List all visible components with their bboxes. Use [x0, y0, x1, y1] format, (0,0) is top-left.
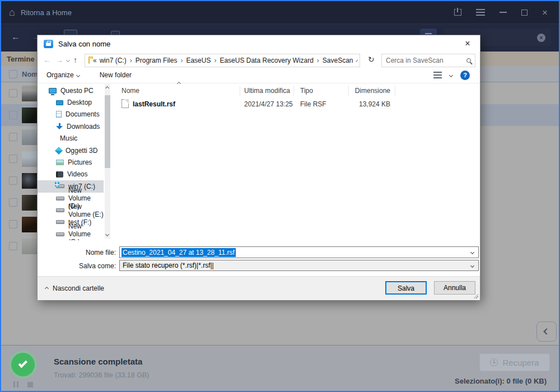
maximize-button[interactable]: [521, 10, 528, 16]
dialog-up-icon[interactable]: ↑: [73, 55, 77, 64]
breadcrumb-item-easeus[interactable]: EaseUS: [186, 57, 211, 64]
resize-grip[interactable]: [473, 293, 478, 298]
tree-scrollbar[interactable]: [105, 84, 110, 239]
minimize-button[interactable]: [500, 12, 507, 13]
filename-input[interactable]: Cestino_2021_04_27 at 13_28_11.rsf: [119, 246, 479, 258]
dialog-back-icon[interactable]: ←: [43, 55, 51, 64]
recover-button[interactable]: Recupera: [479, 353, 550, 371]
status-bar: Scansione completata Trovati: 299036 fil…: [1, 345, 559, 392]
update-icon[interactable]: [454, 9, 461, 16]
back-icon[interactable]: ←: [11, 32, 20, 42]
return-home-button[interactable]: ⌂ Ritorna a Home: [1, 1, 80, 24]
sidebar-item-label: Music: [60, 134, 77, 142]
select-all-checkbox[interactable]: [9, 70, 17, 78]
filename-label: Nome file:: [72, 249, 116, 256]
file-row-lastresult-rsf[interactable]: lastResult.rsf2021/4/27 13:25File RSF13,…: [111, 98, 475, 111]
filename-chevron-icon[interactable]: [470, 250, 474, 254]
column-tipo[interactable]: Tipo: [300, 87, 313, 95]
sidebar-item-new-volume-e[interactable]: New Volume (E:): [38, 204, 104, 216]
app-titlebar: ⌂ Ritorna a Home ×: [1, 1, 559, 24]
drive-icon: [56, 197, 64, 200]
scrollbar-thumb[interactable]: [105, 95, 110, 168]
scroll-down-icon[interactable]: [105, 232, 109, 236]
address-bar[interactable]: «win7 (C:)›Program Files›EaseUS›EaseUS D…: [85, 54, 360, 67]
pause-icon[interactable]: [13, 381, 18, 388]
type-chevron-icon: [470, 263, 474, 267]
dialog-search-box[interactable]: [381, 54, 475, 67]
sidebar-item-videos[interactable]: Videos: [38, 169, 104, 180]
sidebar-item-label: Questo PC: [60, 87, 94, 95]
thumbnail-photo-8: [22, 239, 38, 254]
search-clear-icon[interactable]: ×: [537, 34, 545, 42]
column-dimensione[interactable]: Dimensione: [351, 87, 390, 95]
close-button[interactable]: ×: [542, 8, 548, 17]
thumbnail-photo-4: [22, 151, 38, 167]
thumbnail-photo-6: [22, 195, 38, 211]
cancel-button[interactable]: Annulla: [434, 281, 475, 295]
save-as-type-select[interactable]: File stato recupero (*.rsf)|*.rsf||: [119, 260, 479, 271]
sidebar-item-music[interactable]: Music: [38, 133, 104, 144]
filename-value: Cestino_2021_04_27 at 13_28_11.rsf: [122, 248, 236, 257]
help-icon[interactable]: ?: [460, 71, 470, 80]
drive-icon: [56, 232, 64, 236]
breadcrumb: «win7 (C:)›Program Files›EaseUS›EaseUS D…: [93, 57, 353, 64]
file-icon: [122, 99, 129, 108]
breadcrumb-item-easeus-data-recovery-wizard[interactable]: EaseUS Data Recovery Wizard: [220, 57, 313, 64]
scan-status-title: Scansione completata: [54, 357, 142, 366]
dialog-forward-icon[interactable]: →: [55, 55, 63, 64]
row-checkbox[interactable]: [9, 155, 17, 163]
drive-icon: [56, 220, 64, 224]
row-checkbox[interactable]: [9, 89, 17, 97]
sidebar-item-label: Downloads: [67, 123, 100, 130]
view-list-icon[interactable]: [433, 72, 442, 78]
column-ultima-modifica[interactable]: Ultima modifica: [244, 87, 290, 95]
new-folder-button[interactable]: New folder: [100, 71, 132, 79]
row-checkbox[interactable]: [9, 176, 17, 185]
breadcrumb-item-win7-c[interactable]: win7 (C:): [100, 57, 127, 64]
dialog-close-button[interactable]: ×: [460, 36, 475, 51]
sidebar-item-oggetti-3d[interactable]: Oggetti 3D: [38, 144, 104, 156]
sidebar-item-label: Oggetti 3D: [66, 147, 97, 155]
sidebar-item-desktop[interactable]: Desktop: [38, 96, 104, 108]
sidebar-item-questo-pc[interactable]: Questo PC: [38, 85, 104, 96]
organize-chevron-icon: [76, 73, 80, 77]
row-checkbox[interactable]: [9, 242, 17, 250]
history-chevron-icon[interactable]: [66, 58, 70, 62]
sidebar-item-pictures[interactable]: Pictures: [38, 156, 104, 168]
selection-summary: Selezionato(i): 0 file (0 KB): [455, 377, 547, 385]
file-list-header: Nome Ultima modifica Tipo Dimensione: [111, 85, 475, 97]
breadcrumb-item-savescan[interactable]: SaveScan: [323, 57, 353, 64]
refresh-icon[interactable]: ↻: [368, 55, 375, 64]
organize-button[interactable]: Organize: [46, 71, 80, 79]
row-checkbox[interactable]: [9, 133, 17, 141]
organize-label: Organize: [46, 71, 74, 79]
sidebar-item-documents[interactable]: Documents: [38, 109, 104, 120]
sidebar-item-downloads[interactable]: Downloads: [38, 120, 104, 132]
row-checkbox[interactable]: [9, 198, 17, 207]
view-chevron-icon[interactable]: [449, 73, 453, 77]
breadcrumb-item-program-files[interactable]: Program Files: [136, 57, 178, 64]
sidebar-item-label: Desktop: [67, 99, 92, 106]
hide-folders-button[interactable]: Nascondi cartelle: [45, 284, 104, 292]
row-checkbox[interactable]: [9, 111, 17, 119]
column-nome[interactable]: Nome: [122, 87, 139, 95]
thumbnail-photo-7: [22, 217, 38, 232]
folder-icon: [88, 58, 90, 64]
dialog-search-input[interactable]: [386, 57, 466, 64]
sidebar-item-label: Pictures: [68, 158, 92, 166]
new-folder-label: New folder: [100, 71, 132, 79]
stop-icon[interactable]: [27, 382, 33, 388]
scroll-up-icon[interactable]: [105, 86, 109, 90]
save-button[interactable]: Salva: [385, 281, 427, 295]
clock-icon: [490, 358, 498, 366]
cube-icon: [55, 147, 63, 155]
row-checkbox[interactable]: [9, 220, 17, 228]
save-dialog-icon: [44, 40, 53, 48]
menu-icon[interactable]: [476, 12, 485, 13]
save-as-dialog: Salva con nome × ← → ↑ «win7 (C:)›Progra…: [37, 35, 480, 300]
sidebar-item-label: New Volume (G:): [68, 222, 104, 240]
address-chevron-icon[interactable]: [356, 59, 358, 62]
collapse-panel-button[interactable]: [536, 321, 557, 342]
sidebar-item-new-volume-g[interactable]: New Volume (G:): [38, 228, 104, 240]
pic-icon: [56, 160, 64, 165]
